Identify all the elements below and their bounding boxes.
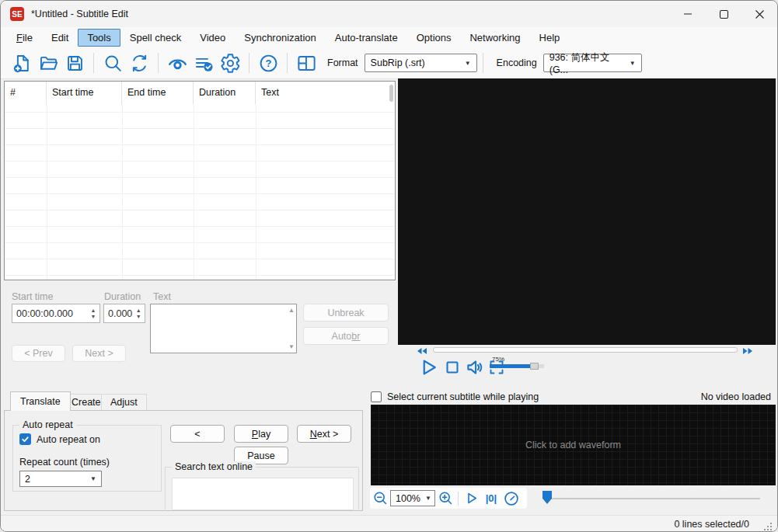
volume-fill xyxy=(490,364,531,368)
status-selected-lines: 0 lines selected/0 xyxy=(674,519,749,530)
layout-icon xyxy=(296,53,317,74)
subtitle-text-input[interactable]: ▲ ▼ xyxy=(150,304,297,353)
spin-down-icon[interactable]: ▼ xyxy=(136,314,141,320)
waveform-area[interactable]: Click to add waveform xyxy=(371,405,776,485)
menu-item-options[interactable]: Options xyxy=(407,29,461,47)
video-player-surface[interactable] xyxy=(398,78,776,345)
next-subtitle-button[interactable]: Next > xyxy=(72,345,126,362)
video-controls: 75% xyxy=(398,356,776,381)
column-header-text[interactable]: Text xyxy=(256,82,395,105)
video-stop-button[interactable] xyxy=(441,356,464,379)
open-file-button[interactable] xyxy=(35,50,61,75)
unbreak-button[interactable]: Unbreak xyxy=(303,304,389,322)
app-icon[interactable]: SE xyxy=(10,7,24,21)
tab-adjust[interactable]: Adjust xyxy=(101,394,147,410)
close-button[interactable] xyxy=(741,1,777,27)
waveform-controls: 100% ▼ |0| xyxy=(368,487,776,510)
resize-grip[interactable] xyxy=(763,522,773,531)
spell-check-button[interactable] xyxy=(190,50,217,75)
toolbar-separator xyxy=(158,53,159,73)
menu-item-video[interactable]: Video xyxy=(190,29,235,47)
zoom-in-icon xyxy=(438,490,454,506)
replace-button[interactable] xyxy=(126,50,152,75)
video-seek-row xyxy=(398,345,776,356)
volume-label: 75% xyxy=(492,356,504,363)
visual-sync-button[interactable] xyxy=(164,50,190,75)
volume-thumb[interactable] xyxy=(530,363,539,370)
maximize-button[interactable] xyxy=(706,1,741,27)
column-divider xyxy=(47,105,47,280)
replace-icon xyxy=(129,53,150,74)
menu-item-synchronization[interactable]: Synchronization xyxy=(235,29,326,47)
subtitle-list-body[interactable] xyxy=(5,105,395,280)
repeat-count-select[interactable]: 2 ▼ xyxy=(19,471,102,487)
find-button[interactable] xyxy=(99,50,126,75)
scroll-down-icon[interactable]: ▼ xyxy=(288,343,295,350)
video-seek-bar[interactable] xyxy=(433,347,738,353)
scroll-up-icon[interactable]: ▲ xyxy=(288,307,295,314)
waveform-position-track[interactable] xyxy=(548,498,760,499)
subtitle-list[interactable]: # Start time End time Duration Text xyxy=(4,81,396,280)
video-mute-button[interactable] xyxy=(463,356,487,379)
new-file-button[interactable] xyxy=(9,50,35,75)
menu-item-file[interactable]: File xyxy=(7,29,42,47)
play-icon xyxy=(463,490,480,506)
text-label: Text xyxy=(153,291,171,302)
tab-translate[interactable]: Translate xyxy=(10,391,71,411)
help-button[interactable]: ? xyxy=(255,50,281,75)
playback-speed-button[interactable] xyxy=(501,489,522,509)
video-play-button[interactable] xyxy=(417,356,440,379)
spin-down-icon[interactable]: ▼ xyxy=(91,314,96,320)
format-select[interactable]: SubRip (.srt) ▼ xyxy=(365,54,477,72)
column-header-start-time[interactable]: Start time xyxy=(47,82,122,105)
spell-check-icon xyxy=(194,53,215,74)
toolbar-separator xyxy=(483,53,483,73)
layout-button[interactable] xyxy=(293,50,319,75)
maximize-icon xyxy=(719,9,729,19)
waveform-zoom-out-button[interactable] xyxy=(370,489,390,509)
minimize-button[interactable] xyxy=(670,1,706,27)
auto-repeat-checkbox[interactable]: Auto repeat on xyxy=(19,433,100,445)
next-button[interactable]: Next > xyxy=(297,425,351,443)
select-current-subtitle-checkbox[interactable] xyxy=(371,391,382,402)
list-scrollbar-thumb[interactable] xyxy=(389,85,393,102)
toolbar-separator xyxy=(93,53,94,73)
menu-item-tools[interactable]: Tools xyxy=(78,29,120,47)
prev-subtitle-button[interactable]: < Prev xyxy=(12,345,65,362)
encoding-select[interactable]: 936: 简体中文(G... ▼ xyxy=(543,54,642,72)
column-header-number[interactable]: # xyxy=(5,82,47,105)
auto-br-button[interactable]: Auto br xyxy=(303,327,389,345)
search-text-online-input[interactable] xyxy=(172,478,354,510)
menu-item-help[interactable]: Help xyxy=(530,29,570,47)
play-button[interactable]: Play xyxy=(234,425,288,443)
menu-item-auto-translate[interactable]: Auto-translate xyxy=(326,29,407,47)
waveform-play-button[interactable] xyxy=(461,489,481,509)
waveform-zoom-in-button[interactable] xyxy=(435,489,455,509)
duration-value: 0.000 xyxy=(104,308,132,319)
duration-spinbox[interactable]: 0.000 ▲▼ xyxy=(103,304,145,323)
spin-up-icon[interactable]: ▲ xyxy=(91,308,96,314)
waveform-toolbar: 100% ▼ |0| xyxy=(370,488,527,509)
settings-button[interactable] xyxy=(217,50,243,75)
volume-slider[interactable] xyxy=(490,364,544,368)
spin-up-icon[interactable]: ▲ xyxy=(136,308,141,314)
auto-repeat-group-title: Auto repeat xyxy=(19,419,76,430)
waveform-zoom-select[interactable]: 100% ▼ xyxy=(390,490,435,506)
menu-item-spell-check[interactable]: Spell check xyxy=(120,29,190,47)
back-button[interactable]: < xyxy=(170,425,225,443)
start-time-spinbox[interactable]: 00:00:00.000 ▲▼ xyxy=(12,304,100,323)
save-button[interactable] xyxy=(61,50,88,75)
column-header-end-time[interactable]: End time xyxy=(122,82,194,105)
mode-tabs-panel: Translate Create Adjust Auto repeat Auto… xyxy=(4,388,363,511)
waveform-placeholder: Click to add waveform xyxy=(525,440,621,450)
statusbar: 0 lines selected/0 xyxy=(1,515,777,532)
play-from-position-button[interactable]: |0| xyxy=(481,492,501,504)
column-header-duration[interactable]: Duration xyxy=(194,82,256,105)
waveform-zoom-value: 100% xyxy=(396,493,420,504)
menu-item-edit[interactable]: Edit xyxy=(42,29,78,47)
waveform-position-thumb[interactable] xyxy=(543,491,552,504)
menu-item-networking[interactable]: Networking xyxy=(460,29,529,47)
window-title: *Untitled - Subtitle Edit xyxy=(31,9,128,19)
play-icon xyxy=(417,356,439,378)
toolbar-separator xyxy=(458,492,459,506)
